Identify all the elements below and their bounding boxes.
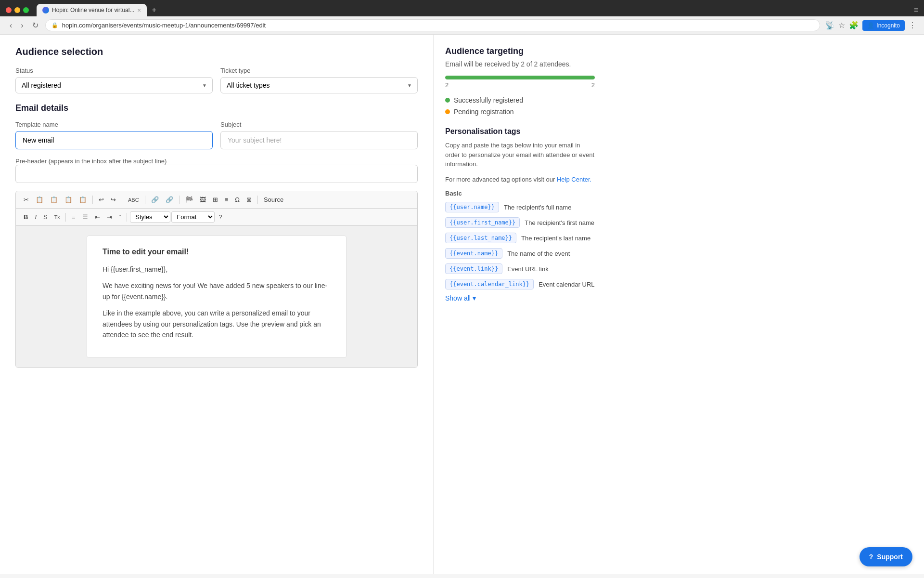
cut-button[interactable]: ✂: [21, 194, 32, 205]
toolbar-sep-4: [179, 196, 180, 204]
content-area: Audience selection Status All registered…: [0, 35, 433, 574]
address-input[interactable]: 🔒 hopin.com/organisers/events/music-meet…: [45, 19, 821, 31]
subscript-button[interactable]: Tx: [51, 212, 63, 222]
personalisation-description: Copy and paste the tags below into your …: [445, 141, 595, 169]
reload-button[interactable]: ↻: [30, 20, 40, 31]
template-name-input[interactable]: [15, 131, 213, 149]
tag-chip-calendarlink[interactable]: {{event.calendar_link}}: [445, 279, 534, 289]
indent-button[interactable]: ⇥: [104, 211, 115, 223]
copy-button[interactable]: 📋: [33, 194, 46, 205]
maximize-window-btn[interactable]: [23, 7, 29, 13]
legend-pending-label: Pending registration: [454, 108, 514, 116]
template-subject-row: Template name Subject: [15, 121, 418, 149]
tag-desc-calendarlink: Event calendar URL: [539, 281, 594, 288]
browser-actions: 📡 ☆ 🧩 👤 Incognito ⋮: [825, 20, 916, 31]
ordered-list-button[interactable]: ≡: [69, 211, 78, 223]
back-button[interactable]: ‹: [8, 20, 14, 31]
toolbar-sep-5: [257, 196, 258, 204]
window-list-icon[interactable]: ≡: [914, 6, 918, 14]
close-window-btn[interactable]: [6, 7, 12, 13]
template-name-label: Template name: [15, 121, 213, 128]
email-line2: We have exciting news for you! We have a…: [103, 280, 331, 302]
paste-button[interactable]: 📋: [47, 194, 61, 205]
rich-text-editor: ✂ 📋 📋 📋 📋 ↩ ↪ ABC 🔗 🔗 🏁 🖼 ⊞: [15, 191, 418, 368]
address-bar: ‹ › ↻ 🔒 hopin.com/organisers/events/musi…: [0, 16, 924, 35]
strikethrough-button[interactable]: S: [40, 211, 51, 223]
ticket-type-select-wrapper: All ticket types: [220, 77, 418, 93]
tag-chip-eventname[interactable]: {{event.name}}: [445, 248, 502, 259]
paste-word-button[interactable]: 📋: [76, 194, 90, 205]
minimize-window-btn[interactable]: [14, 7, 20, 13]
bold-button[interactable]: B: [21, 211, 31, 223]
ticket-type-label: Ticket type: [220, 67, 418, 74]
toolbar-sep-7: [127, 213, 127, 222]
status-select-wrapper: All registered: [15, 77, 213, 93]
link-button[interactable]: 🔗: [148, 194, 162, 205]
legend-dot-orange: [445, 109, 450, 114]
show-all-button[interactable]: Show all ▾: [445, 294, 476, 302]
tag-row-username: {{user.name}} The recipient's full name: [445, 202, 595, 212]
forward-button[interactable]: ›: [19, 20, 25, 31]
extensions-icon[interactable]: 🧩: [849, 21, 859, 30]
help-button[interactable]: ?: [216, 211, 225, 223]
traffic-lights: [6, 7, 29, 13]
tab-close-icon[interactable]: ✕: [137, 8, 141, 13]
help-center-link[interactable]: Help Center.: [557, 176, 591, 183]
preheader-label: Pre-header (appears in the inbox after t…: [15, 158, 167, 165]
audience-form-row: Status All registered Ticket type All ti…: [15, 67, 418, 93]
image-button[interactable]: 🖼: [197, 194, 209, 205]
tag-desc-username: The recipient's full name: [504, 204, 572, 211]
preheader-input[interactable]: [15, 165, 418, 183]
audience-selection-title: Audience selection: [15, 46, 418, 57]
ticket-type-select[interactable]: All ticket types: [220, 77, 418, 93]
flag-button[interactable]: 🏁: [182, 194, 196, 205]
personalisation-title: Personalisation tags: [445, 127, 595, 136]
tag-row-calendarlink: {{event.calendar_link}} Event calendar U…: [445, 279, 595, 289]
align-button[interactable]: ≡: [222, 194, 231, 205]
styles-select[interactable]: Styles: [130, 211, 170, 223]
editor-toolbar-row1: ✂ 📋 📋 📋 📋 ↩ ↪ ABC 🔗 🔗 🏁 🖼 ⊞: [16, 191, 417, 209]
new-tab-button[interactable]: +: [148, 4, 160, 16]
tag-chip-eventlink[interactable]: {{event.link}}: [445, 263, 502, 274]
bookmark-icon[interactable]: ☆: [838, 21, 845, 30]
format-select[interactable]: Format: [171, 211, 215, 223]
basic-label: Basic: [445, 190, 595, 197]
unlink-button[interactable]: 🔗: [163, 194, 176, 205]
status-form-group: Status All registered: [15, 67, 213, 93]
toolbar-sep-3: [145, 196, 145, 204]
subject-input[interactable]: [220, 131, 418, 149]
italic-button[interactable]: I: [32, 211, 39, 223]
audience-targeting-title: Audience targeting: [445, 46, 595, 56]
special-char-button[interactable]: Ω: [232, 194, 243, 205]
blockquote-button[interactable]: ": [116, 211, 124, 223]
editor-toolbar-row2: B I S Tx ≡ ☰ ⇤ ⇥ " Styles Format: [16, 209, 417, 226]
table-button[interactable]: ⊞: [210, 194, 221, 205]
active-tab[interactable]: Hopin: Online venue for virtual... ✕: [37, 4, 147, 16]
unordered-list-button[interactable]: ☰: [79, 211, 91, 223]
spellcheck-button[interactable]: ABC: [125, 195, 142, 205]
support-button[interactable]: ? Support: [860, 547, 912, 566]
toolbar-sep-1: [92, 196, 93, 204]
preheader-group: Pre-header (appears in the inbox after t…: [15, 157, 418, 191]
source-button[interactable]: Source: [261, 194, 286, 205]
fullscreen-button[interactable]: ⊠: [244, 194, 255, 205]
toolbar-sep-2: [122, 196, 122, 204]
outdent-button[interactable]: ⇤: [92, 211, 103, 223]
ticket-type-form-group: Ticket type All ticket types: [220, 67, 418, 93]
redo-button[interactable]: ↪: [108, 194, 119, 205]
menu-icon[interactable]: ⋮: [909, 21, 916, 30]
tab-title: Hopin: Online venue for virtual...: [52, 7, 134, 13]
paste-text-button[interactable]: 📋: [62, 194, 75, 205]
undo-button[interactable]: ↩: [96, 194, 107, 205]
cast-icon[interactable]: 📡: [825, 21, 834, 30]
tag-chip-username[interactable]: {{user.name}}: [445, 202, 499, 212]
audience-targeting-subtitle: Email will be received by 2 of 2 attende…: [445, 60, 595, 68]
status-select[interactable]: All registered: [15, 77, 213, 93]
audience-targeting-section: Audience targeting Email will be receive…: [445, 46, 595, 116]
template-name-group: Template name: [15, 121, 213, 149]
editor-content-area[interactable]: Time to edit your email! Hi {{user.first…: [16, 226, 417, 368]
tab-favicon: [42, 7, 49, 13]
tag-chip-firstname[interactable]: {{user.first_name}}: [445, 217, 520, 228]
tag-chip-lastname[interactable]: {{user.last_name}}: [445, 233, 516, 243]
incognito-icon: 👤: [867, 22, 874, 29]
